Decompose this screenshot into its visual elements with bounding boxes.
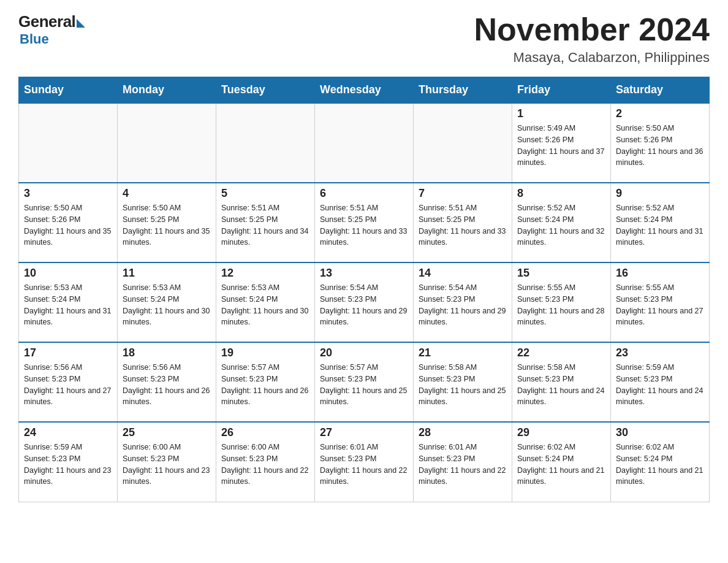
day-number: 27 (320, 426, 408, 439)
calendar-cell: 3Sunrise: 5:50 AMSunset: 5:26 PMDaylight… (19, 183, 118, 262)
calendar-cell: 22Sunrise: 5:58 AMSunset: 5:23 PMDayligh… (512, 342, 611, 422)
weekday-header-thursday: Thursday (414, 77, 512, 104)
weekday-header-wednesday: Wednesday (315, 77, 414, 104)
logo-blue-text: Blue (20, 31, 49, 47)
day-info: Sunrise: 5:53 AMSunset: 5:24 PMDaylight:… (24, 282, 112, 328)
calendar-cell: 17Sunrise: 5:56 AMSunset: 5:23 PMDayligh… (19, 342, 118, 422)
day-info: Sunrise: 5:52 AMSunset: 5:24 PMDaylight:… (616, 202, 704, 248)
calendar-cell: 18Sunrise: 5:56 AMSunset: 5:23 PMDayligh… (118, 342, 216, 422)
day-info: Sunrise: 5:52 AMSunset: 5:24 PMDaylight:… (517, 202, 605, 248)
calendar-cell (118, 103, 216, 183)
day-number: 19 (221, 347, 309, 359)
calendar-cell: 19Sunrise: 5:57 AMSunset: 5:23 PMDayligh… (216, 342, 315, 422)
day-number: 23 (616, 347, 704, 359)
calendar-cell: 23Sunrise: 5:59 AMSunset: 5:23 PMDayligh… (611, 342, 710, 422)
calendar-week-row: 10Sunrise: 5:53 AMSunset: 5:24 PMDayligh… (19, 262, 710, 342)
calendar-cell: 9Sunrise: 5:52 AMSunset: 5:24 PMDaylight… (611, 183, 710, 262)
weekday-header-sunday: Sunday (19, 77, 118, 104)
day-info: Sunrise: 6:00 AMSunset: 5:23 PMDaylight:… (123, 442, 211, 488)
calendar-cell: 7Sunrise: 5:51 AMSunset: 5:25 PMDaylight… (414, 183, 512, 262)
day-info: Sunrise: 5:55 AMSunset: 5:23 PMDaylight:… (616, 282, 704, 328)
calendar-cell: 15Sunrise: 5:55 AMSunset: 5:23 PMDayligh… (512, 262, 611, 342)
day-info: Sunrise: 6:02 AMSunset: 5:24 PMDaylight:… (616, 442, 704, 488)
day-number: 9 (616, 187, 704, 200)
calendar-cell: 21Sunrise: 5:58 AMSunset: 5:23 PMDayligh… (414, 342, 512, 422)
calendar-cell: 2Sunrise: 5:50 AMSunset: 5:26 PMDaylight… (611, 103, 710, 183)
day-number: 7 (419, 187, 507, 200)
calendar-cell: 11Sunrise: 5:53 AMSunset: 5:24 PMDayligh… (118, 262, 216, 342)
day-number: 2 (616, 107, 704, 120)
day-info: Sunrise: 5:53 AMSunset: 5:24 PMDaylight:… (123, 282, 211, 328)
calendar-cell: 27Sunrise: 6:01 AMSunset: 5:23 PMDayligh… (315, 422, 414, 502)
calendar-cell: 29Sunrise: 6:02 AMSunset: 5:24 PMDayligh… (512, 422, 611, 502)
calendar-cell: 5Sunrise: 5:51 AMSunset: 5:25 PMDaylight… (216, 183, 315, 262)
day-number: 13 (320, 267, 408, 280)
day-info: Sunrise: 5:58 AMSunset: 5:23 PMDaylight:… (517, 362, 605, 408)
day-number: 10 (24, 267, 112, 280)
day-number: 28 (419, 426, 507, 439)
day-number: 24 (24, 426, 112, 439)
logo: General Blue (18, 12, 85, 47)
day-number: 1 (517, 107, 605, 120)
day-info: Sunrise: 5:50 AMSunset: 5:26 PMDaylight:… (616, 123, 704, 169)
calendar-cell: 28Sunrise: 6:01 AMSunset: 5:23 PMDayligh… (414, 422, 512, 502)
calendar-cell (216, 103, 315, 183)
calendar-cell: 12Sunrise: 5:53 AMSunset: 5:24 PMDayligh… (216, 262, 315, 342)
calendar-cell: 26Sunrise: 6:00 AMSunset: 5:23 PMDayligh… (216, 422, 315, 502)
day-number: 12 (221, 267, 309, 280)
logo-triangle-icon (77, 19, 85, 28)
day-info: Sunrise: 6:00 AMSunset: 5:23 PMDaylight:… (221, 442, 309, 488)
calendar-cell: 13Sunrise: 5:54 AMSunset: 5:23 PMDayligh… (315, 262, 414, 342)
day-info: Sunrise: 5:54 AMSunset: 5:23 PMDaylight:… (320, 282, 408, 328)
calendar-cell (19, 103, 118, 183)
header-right: November 2024 Masaya, Calabarzon, Philip… (474, 12, 710, 66)
page-header: General Blue November 2024 Masaya, Calab… (18, 12, 710, 66)
day-number: 5 (221, 187, 309, 200)
day-number: 21 (419, 347, 507, 359)
calendar-week-row: 1Sunrise: 5:49 AMSunset: 5:26 PMDaylight… (19, 103, 710, 183)
day-info: Sunrise: 5:50 AMSunset: 5:25 PMDaylight:… (123, 202, 211, 248)
calendar-cell: 6Sunrise: 5:51 AMSunset: 5:25 PMDaylight… (315, 183, 414, 262)
day-number: 17 (24, 347, 112, 359)
day-info: Sunrise: 5:51 AMSunset: 5:25 PMDaylight:… (320, 202, 408, 248)
calendar-cell (315, 103, 414, 183)
day-number: 29 (517, 426, 605, 439)
calendar-week-row: 17Sunrise: 5:56 AMSunset: 5:23 PMDayligh… (19, 342, 710, 422)
day-number: 18 (123, 347, 211, 359)
calendar-cell: 25Sunrise: 6:00 AMSunset: 5:23 PMDayligh… (118, 422, 216, 502)
day-number: 4 (123, 187, 211, 200)
location-subtitle: Masaya, Calabarzon, Philippines (474, 50, 710, 66)
day-number: 25 (123, 426, 211, 439)
day-info: Sunrise: 6:01 AMSunset: 5:23 PMDaylight:… (320, 442, 408, 488)
day-number: 8 (517, 187, 605, 200)
calendar-cell: 24Sunrise: 5:59 AMSunset: 5:23 PMDayligh… (19, 422, 118, 502)
day-info: Sunrise: 5:55 AMSunset: 5:23 PMDaylight:… (517, 282, 605, 328)
weekday-header-saturday: Saturday (611, 77, 710, 104)
calendar-cell: 16Sunrise: 5:55 AMSunset: 5:23 PMDayligh… (611, 262, 710, 342)
calendar-cell: 20Sunrise: 5:57 AMSunset: 5:23 PMDayligh… (315, 342, 414, 422)
calendar-cell: 1Sunrise: 5:49 AMSunset: 5:26 PMDaylight… (512, 103, 611, 183)
month-year-title: November 2024 (474, 12, 710, 47)
calendar-header-row: SundayMondayTuesdayWednesdayThursdayFrid… (19, 77, 710, 104)
day-info: Sunrise: 6:01 AMSunset: 5:23 PMDaylight:… (419, 442, 507, 488)
day-number: 30 (616, 426, 704, 439)
day-number: 15 (517, 267, 605, 280)
calendar-cell: 8Sunrise: 5:52 AMSunset: 5:24 PMDaylight… (512, 183, 611, 262)
day-number: 14 (419, 267, 507, 280)
day-info: Sunrise: 5:57 AMSunset: 5:23 PMDaylight:… (221, 362, 309, 408)
calendar-cell: 14Sunrise: 5:54 AMSunset: 5:23 PMDayligh… (414, 262, 512, 342)
day-info: Sunrise: 6:02 AMSunset: 5:24 PMDaylight:… (517, 442, 605, 488)
day-info: Sunrise: 5:59 AMSunset: 5:23 PMDaylight:… (616, 362, 704, 408)
calendar-cell: 10Sunrise: 5:53 AMSunset: 5:24 PMDayligh… (19, 262, 118, 342)
day-number: 6 (320, 187, 408, 200)
day-info: Sunrise: 5:53 AMSunset: 5:24 PMDaylight:… (221, 282, 309, 328)
day-info: Sunrise: 5:56 AMSunset: 5:23 PMDaylight:… (123, 362, 211, 408)
calendar-week-row: 3Sunrise: 5:50 AMSunset: 5:26 PMDaylight… (19, 183, 710, 262)
day-info: Sunrise: 5:56 AMSunset: 5:23 PMDaylight:… (24, 362, 112, 408)
calendar-cell: 30Sunrise: 6:02 AMSunset: 5:24 PMDayligh… (611, 422, 710, 502)
day-number: 20 (320, 347, 408, 359)
weekday-header-monday: Monday (118, 77, 216, 104)
day-info: Sunrise: 5:50 AMSunset: 5:26 PMDaylight:… (24, 202, 112, 248)
day-info: Sunrise: 5:51 AMSunset: 5:25 PMDaylight:… (419, 202, 507, 248)
day-info: Sunrise: 5:49 AMSunset: 5:26 PMDaylight:… (517, 123, 605, 169)
